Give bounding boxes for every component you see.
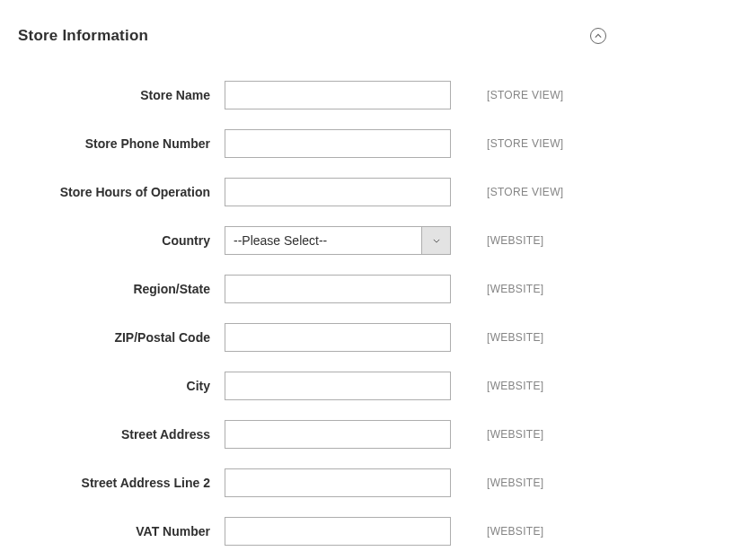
- field-row-store-name: Store Name [STORE VIEW]: [18, 81, 723, 109]
- country-selected-text: --Please Select--: [225, 233, 421, 248]
- field-row-street2: Street Address Line 2 [WEBSITE]: [18, 468, 723, 497]
- store-hours-scope: [STORE VIEW]: [487, 186, 563, 198]
- field-row-city: City [WEBSITE]: [18, 372, 723, 400]
- field-row-country: Country --Please Select-- [WEBSITE]: [18, 226, 723, 255]
- street1-label: Street Address: [18, 427, 225, 442]
- store-name-control: [225, 81, 451, 109]
- chevron-up-icon: [595, 32, 602, 39]
- store-name-input[interactable]: [225, 81, 451, 109]
- country-scope: [WEBSITE]: [487, 234, 543, 247]
- street2-input[interactable]: [225, 468, 451, 497]
- field-row-street1: Street Address [WEBSITE]: [18, 420, 723, 449]
- vat-input[interactable]: [225, 517, 451, 546]
- city-scope: [WEBSITE]: [487, 380, 543, 392]
- region-control: [225, 275, 451, 303]
- vat-label: VAT Number: [18, 524, 225, 538]
- store-name-scope: [STORE VIEW]: [487, 89, 563, 101]
- street1-input[interactable]: [225, 420, 451, 449]
- zip-control: [225, 323, 451, 352]
- store-hours-label: Store Hours of Operation: [18, 185, 225, 199]
- chevron-down-icon: [433, 239, 440, 243]
- section-title: Store Information: [18, 27, 148, 45]
- country-select-arrow: [421, 227, 450, 254]
- region-label: Region/State: [18, 282, 225, 296]
- field-row-region: Region/State [WEBSITE]: [18, 275, 723, 303]
- field-row-vat: VAT Number [WEBSITE]: [18, 517, 723, 546]
- field-row-store-phone: Store Phone Number [STORE VIEW]: [18, 129, 723, 158]
- country-label: Country: [18, 233, 225, 248]
- street2-scope: [WEBSITE]: [487, 477, 543, 489]
- country-control: --Please Select--: [225, 226, 451, 255]
- store-phone-label: Store Phone Number: [18, 136, 225, 151]
- collapse-toggle[interactable]: [590, 28, 606, 44]
- store-name-label: Store Name: [18, 88, 225, 102]
- store-hours-input[interactable]: [225, 178, 451, 206]
- zip-input[interactable]: [225, 323, 451, 352]
- city-control: [225, 372, 451, 400]
- country-select[interactable]: --Please Select--: [225, 226, 451, 255]
- street2-control: [225, 468, 451, 497]
- zip-scope: [WEBSITE]: [487, 331, 543, 344]
- store-phone-scope: [STORE VIEW]: [487, 137, 563, 150]
- vat-scope: [WEBSITE]: [487, 525, 543, 538]
- store-phone-control: [225, 129, 451, 158]
- field-row-store-hours: Store Hours of Operation [STORE VIEW]: [18, 178, 723, 206]
- store-hours-control: [225, 178, 451, 206]
- vat-control: [225, 517, 451, 546]
- street1-control: [225, 420, 451, 449]
- zip-label: ZIP/Postal Code: [18, 330, 225, 345]
- city-label: City: [18, 379, 225, 393]
- region-input[interactable]: [225, 275, 451, 303]
- section-header: Store Information: [18, 27, 723, 45]
- region-scope: [WEBSITE]: [487, 283, 543, 295]
- street2-label: Street Address Line 2: [18, 476, 225, 490]
- store-phone-input[interactable]: [225, 129, 451, 158]
- street1-scope: [WEBSITE]: [487, 428, 543, 441]
- field-row-zip: ZIP/Postal Code [WEBSITE]: [18, 323, 723, 352]
- city-input[interactable]: [225, 372, 451, 400]
